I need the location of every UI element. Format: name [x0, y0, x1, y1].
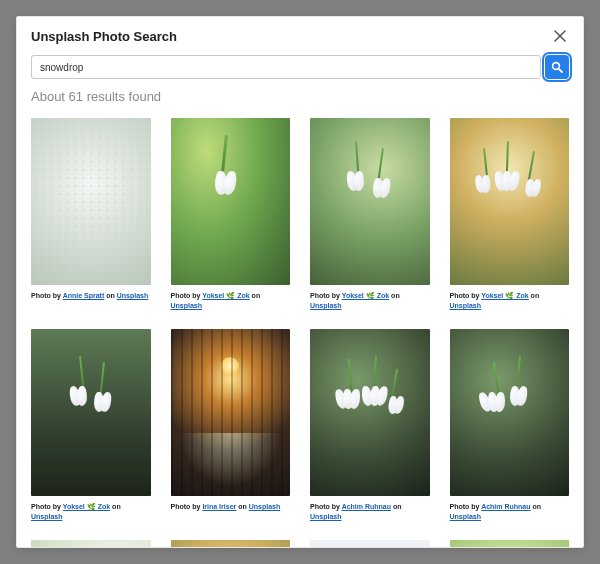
- photo-credit: Photo by Yoksel 🌿 Zok on Unsplash: [310, 291, 430, 311]
- result-thumbnail[interactable]: [310, 329, 430, 496]
- close-icon: [553, 29, 567, 43]
- author-link[interactable]: Achim Ruhnau: [481, 503, 530, 510]
- source-link[interactable]: Unsplash: [171, 302, 203, 309]
- search-input[interactable]: [31, 55, 541, 79]
- source-link[interactable]: Unsplash: [450, 513, 482, 520]
- source-link[interactable]: Unsplash: [117, 292, 149, 299]
- results-grid: Photo by Annie Spratt on UnsplashPhoto b…: [31, 118, 569, 547]
- result-thumbnail[interactable]: [310, 540, 430, 547]
- result-thumbnail[interactable]: [31, 118, 151, 285]
- credit-on: on: [529, 292, 540, 299]
- credit-prefix: Photo by: [310, 292, 342, 299]
- result-thumbnail[interactable]: [31, 540, 151, 547]
- source-link[interactable]: Unsplash: [249, 503, 281, 510]
- result-thumbnail[interactable]: [31, 329, 151, 496]
- result-card: Photo by Achim Ruhnau on Unsplash: [450, 329, 570, 522]
- result-thumbnail[interactable]: [450, 329, 570, 496]
- photo-credit: Photo by Annie Spratt on Unsplash: [31, 291, 151, 301]
- author-link[interactable]: Achim Ruhnau: [342, 503, 391, 510]
- dialog-header: Unsplash Photo Search: [17, 17, 583, 51]
- source-link[interactable]: Unsplash: [310, 513, 342, 520]
- photo-credit: Photo by Achim Ruhnau on Unsplash: [450, 502, 570, 522]
- photo-credit: Photo by Yoksel 🌿 Zok on Unsplash: [450, 291, 570, 311]
- credit-on: on: [531, 503, 542, 510]
- author-link[interactable]: Annie Spratt: [63, 292, 105, 299]
- photo-credit: Photo by Yoksel 🌿 Zok on Unsplash: [31, 502, 151, 522]
- photo-credit: Photo by Yoksel 🌿 Zok on Unsplash: [171, 291, 291, 311]
- result-thumbnail[interactable]: [450, 540, 570, 547]
- photo-credit: Photo by Achim Ruhnau on Unsplash: [310, 502, 430, 522]
- result-thumbnail[interactable]: [450, 118, 570, 285]
- credit-prefix: Photo by: [31, 503, 63, 510]
- credit-prefix: Photo by: [171, 503, 203, 510]
- result-thumbnail[interactable]: [171, 118, 291, 285]
- photo-search-dialog: Unsplash Photo Search About 61 results f…: [16, 16, 584, 548]
- credit-prefix: Photo by: [450, 292, 482, 299]
- result-card: Photo by Yoksel 🌿 Zok on Unsplash: [450, 118, 570, 311]
- author-link[interactable]: Yoksel 🌿 Zok: [202, 292, 249, 299]
- result-card: Photo by Annie Spratt on Unsplash: [31, 118, 151, 311]
- close-button[interactable]: [551, 27, 569, 45]
- source-link[interactable]: Unsplash: [450, 302, 482, 309]
- author-link[interactable]: Yoksel 🌿 Zok: [342, 292, 389, 299]
- result-thumbnail[interactable]: [171, 540, 291, 547]
- search-button[interactable]: [545, 55, 569, 79]
- credit-prefix: Photo by: [171, 292, 203, 299]
- result-card: [171, 540, 291, 547]
- credit-on: on: [236, 503, 248, 510]
- credit-prefix: Photo by: [31, 292, 63, 299]
- result-card: Photo by Yoksel 🌿 Zok on Unsplash: [310, 118, 430, 311]
- source-link[interactable]: Unsplash: [310, 302, 342, 309]
- photo-credit: Photo by Irina Iriser on Unsplash: [171, 502, 291, 512]
- search-row: [17, 51, 583, 89]
- credit-on: on: [389, 292, 400, 299]
- credit-on: on: [391, 503, 402, 510]
- credit-on: on: [104, 292, 116, 299]
- result-card: [310, 540, 430, 547]
- dialog-title: Unsplash Photo Search: [31, 29, 177, 44]
- author-link[interactable]: Yoksel 🌿 Zok: [481, 292, 528, 299]
- search-icon: [551, 61, 563, 73]
- credit-prefix: Photo by: [310, 503, 342, 510]
- result-card: Photo by Yoksel 🌿 Zok on Unsplash: [171, 118, 291, 311]
- author-link[interactable]: Yoksel 🌿 Zok: [63, 503, 110, 510]
- results-scroll[interactable]: About 61 results found Photo by Annie Sp…: [17, 89, 583, 547]
- source-link[interactable]: Unsplash: [31, 513, 63, 520]
- author-link[interactable]: Irina Iriser: [202, 503, 236, 510]
- credit-on: on: [250, 292, 261, 299]
- result-card: [450, 540, 570, 547]
- result-card: Photo by Yoksel 🌿 Zok on Unsplash: [31, 329, 151, 522]
- credit-prefix: Photo by: [450, 503, 482, 510]
- svg-line-1: [559, 69, 562, 72]
- result-card: Photo by Irina Iriser on Unsplash: [171, 329, 291, 522]
- results-heading: About 61 results found: [31, 89, 569, 104]
- result-thumbnail[interactable]: [310, 118, 430, 285]
- result-card: [31, 540, 151, 547]
- result-card: Photo by Achim Ruhnau on Unsplash: [310, 329, 430, 522]
- credit-on: on: [110, 503, 121, 510]
- result-thumbnail[interactable]: [171, 329, 291, 496]
